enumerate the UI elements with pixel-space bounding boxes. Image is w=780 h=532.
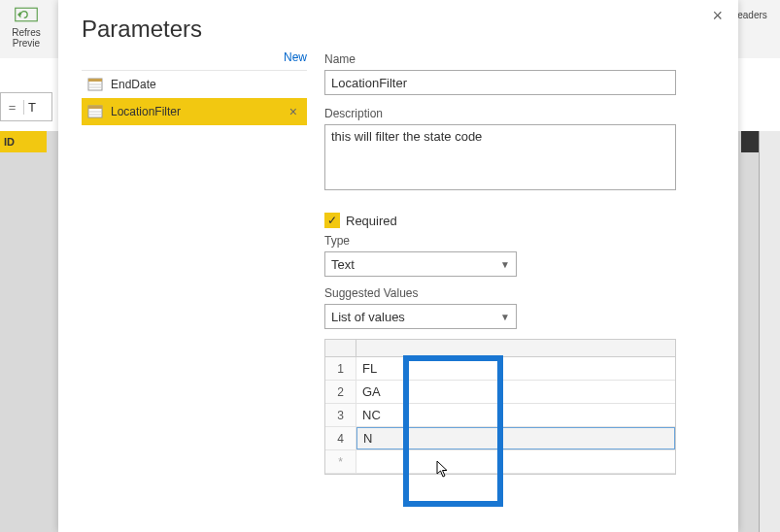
dialog-title: Parameters [58, 0, 738, 50]
svg-marker-1 [17, 12, 20, 18]
right-dark-cell [741, 131, 759, 152]
row-value[interactable] [356, 450, 675, 473]
chevron-down-icon: ▼ [500, 312, 510, 322]
param-label: EndDate [111, 78, 301, 91]
name-label: Name [324, 52, 715, 66]
delete-param-button[interactable]: × [286, 104, 301, 119]
parameters-dialog: × Parameters New EndDate LocationFilter … [58, 0, 738, 532]
preview-label: Previe [13, 38, 40, 49]
required-label: Required [346, 214, 397, 228]
formula-text: T [24, 100, 51, 115]
column-header-id[interactable]: ID [0, 131, 47, 152]
row-value[interactable]: NC [356, 404, 675, 426]
row-value-editing[interactable]: N [356, 427, 675, 449]
type-select[interactable]: Text ▼ [324, 251, 517, 277]
value-row[interactable]: 4 N [325, 427, 675, 450]
param-item-locationfilter[interactable]: LocationFilter × [82, 98, 307, 125]
right-scroll-area [759, 131, 780, 532]
value-row[interactable]: 2 GA [325, 381, 675, 404]
suggested-values-select[interactable]: List of values ▼ [324, 304, 517, 329]
new-row-marker: * [325, 450, 356, 473]
chevron-down-icon: ▼ [500, 259, 510, 270]
values-header [325, 340, 675, 357]
values-grid[interactable]: 1 FL 2 GA 3 NC 4 N * [324, 339, 676, 475]
row-number: 1 [325, 357, 356, 380]
type-value: Text [331, 257, 355, 272]
value-row[interactable]: 1 FL [325, 357, 675, 381]
svg-rect-7 [88, 106, 102, 109]
new-parameter-link[interactable]: New [82, 50, 307, 70]
row-value[interactable]: FL [356, 357, 675, 380]
row-value[interactable]: GA [356, 381, 675, 403]
table-icon [87, 77, 103, 92]
value-row[interactable]: 3 NC [325, 404, 675, 427]
table-icon [87, 104, 103, 119]
row-number: 3 [325, 404, 356, 426]
refresh-icon [13, 6, 40, 23]
refresh-label: Refres [12, 27, 40, 38]
parameter-list: EndDate LocationFilter × [82, 70, 307, 125]
description-input[interactable] [324, 124, 676, 190]
formula-eq: = [1, 100, 24, 115]
close-button[interactable]: × [704, 2, 730, 30]
description-label: Description [324, 107, 715, 120]
refresh-preview-button[interactable]: Refres Previe [0, 0, 52, 58]
suggested-value: List of values [331, 310, 405, 324]
type-label: Type [324, 234, 715, 248]
headers-label: leaders [735, 10, 780, 20]
svg-rect-3 [88, 79, 102, 82]
row-number: 4 [325, 427, 356, 449]
value-row-new[interactable]: * [325, 450, 675, 474]
required-checkbox[interactable]: ✓ [324, 213, 340, 228]
formula-bar[interactable]: = T [0, 92, 52, 121]
param-item-enddate[interactable]: EndDate [82, 71, 307, 98]
name-input[interactable] [324, 70, 676, 95]
suggested-values-label: Suggested Values [324, 286, 715, 300]
row-number: 2 [325, 381, 356, 403]
param-label: LocationFilter [111, 105, 278, 118]
